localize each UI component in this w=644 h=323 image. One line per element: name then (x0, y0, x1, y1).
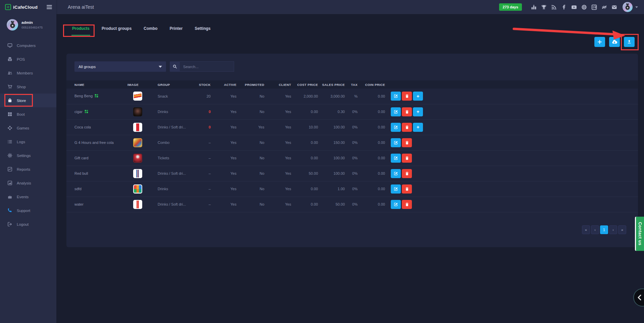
stock-grid-icon (85, 110, 88, 114)
sidebar-item-reports[interactable]: Reports (0, 162, 56, 176)
sidebar-item-boot[interactable]: Boot (0, 107, 56, 121)
edit-button[interactable] (391, 169, 401, 178)
product-coin-price: 0.00 (358, 135, 386, 150)
product-stock: – (188, 150, 211, 166)
youtube-icon[interactable] (570, 3, 578, 11)
delete-button[interactable] (402, 154, 412, 163)
sidebar-item-logout[interactable]: Logout (0, 217, 56, 231)
upload-button[interactable] (624, 37, 635, 47)
windows-icon (7, 112, 12, 117)
pagination-prev-page[interactable]: ‹ (591, 225, 599, 234)
edit-button[interactable] (391, 154, 401, 163)
sidebar-item-members[interactable]: Members (0, 66, 56, 80)
sidebar-item-shop[interactable]: Shop (0, 80, 56, 94)
license-days-badge[interactable]: 273 days (499, 3, 522, 11)
group-select[interactable]: All groups (74, 61, 166, 72)
chat-widget-toggle[interactable] (633, 288, 644, 307)
product-cost-price: 0.00 (292, 135, 319, 150)
icafecloud-icon[interactable] (590, 3, 598, 11)
edit-button[interactable] (391, 138, 401, 147)
product-active: Yes (211, 135, 237, 150)
user-avatar[interactable] (623, 2, 633, 12)
search-input[interactable] (180, 61, 234, 72)
product-active: Yes (211, 181, 237, 197)
tab-combo[interactable]: Combo (143, 23, 158, 36)
sidebar-item-settings[interactable]: Settings (0, 149, 56, 162)
delete-button[interactable] (402, 200, 412, 209)
trophy-icon[interactable] (539, 3, 548, 11)
product-stock: 0 (188, 104, 211, 119)
filter-bar: All groups (74, 61, 234, 72)
sidebar-item-analysis[interactable]: Analysis (0, 176, 56, 190)
product-cost-price: 0.00 (292, 104, 319, 119)
sidebar-item-pos[interactable]: POS (0, 52, 56, 66)
pagination-next-page[interactable]: › (609, 225, 617, 234)
download-button[interactable] (609, 37, 620, 47)
sidebar-item-computers[interactable]: Computers (0, 39, 56, 52)
sidebar-item-games[interactable]: Games (0, 121, 56, 135)
sidebar-item-support[interactable]: Support (0, 204, 56, 217)
product-tax: % (345, 89, 358, 104)
logout-icon (7, 222, 12, 227)
logs-icon (7, 139, 12, 145)
sidebar-item-store[interactable]: Store (0, 94, 56, 107)
pagination-page-1[interactable]: 1 (600, 225, 608, 234)
mail-icon[interactable] (610, 3, 619, 11)
edit-button[interactable] (391, 107, 401, 116)
tab-settings[interactable]: Settings (194, 23, 211, 36)
edit-button[interactable] (391, 184, 401, 194)
add-stock-button[interactable]: + (413, 92, 423, 101)
delete-button[interactable] (402, 92, 412, 101)
layers-icon[interactable] (600, 3, 608, 11)
product-name: cigar (74, 110, 83, 114)
hamburger-menu-icon[interactable] (47, 4, 52, 10)
product-cost-price: 0.00 (292, 150, 319, 166)
delete-button[interactable] (402, 184, 412, 194)
product-client: Yes (265, 119, 292, 135)
tab-printer[interactable]: Printer (169, 23, 183, 36)
add-stock-button[interactable]: + (413, 123, 423, 132)
edit-button[interactable] (391, 92, 401, 101)
user-name: admin (21, 20, 43, 24)
product-coin-price: 0.00 (358, 181, 386, 197)
pos-icon (7, 57, 12, 62)
product-stock: 0 (188, 119, 211, 135)
delete-button[interactable] (402, 169, 412, 178)
contact-us-button[interactable]: Contact us (635, 217, 644, 251)
product-image (133, 107, 142, 116)
product-name: Coca cola (74, 125, 91, 129)
column-header-group: GROUP (148, 80, 188, 89)
crown-icon (7, 194, 12, 200)
table-row: cigarDrinks0YesNoYes0.000.300%0.00+ (66, 104, 638, 119)
edit-button[interactable] (391, 123, 401, 132)
add-product-button[interactable] (594, 37, 605, 47)
tab-product-groups[interactable]: Product groups (101, 23, 132, 36)
sidebar-item-logs[interactable]: Logs (0, 135, 56, 149)
product-group: Drinks / Soft dri... (148, 166, 188, 181)
product-coin-price: 0.00 (358, 104, 386, 119)
chevron-down-icon[interactable] (635, 6, 638, 8)
cart-icon (7, 84, 12, 90)
tab-products[interactable]: Products (71, 23, 90, 36)
product-sales-price: 50.00 (319, 197, 345, 212)
delete-button[interactable] (402, 123, 412, 132)
pagination-first-page[interactable]: « (582, 225, 590, 234)
facebook-icon[interactable] (559, 3, 568, 11)
delete-button[interactable] (402, 138, 412, 147)
rss-icon[interactable] (549, 3, 558, 11)
product-client: Yes (265, 181, 292, 197)
column-header-image: IMAGE (127, 80, 148, 89)
product-tax: 0% (345, 166, 358, 181)
product-promoted: No (237, 104, 265, 119)
edit-button[interactable] (391, 200, 401, 209)
table-row: sdfdDrinks–YesNoYes0.001.000%0.00 (66, 181, 638, 197)
sidebar-item-events[interactable]: Events (0, 190, 56, 204)
globe-icon[interactable] (580, 3, 588, 11)
product-name: Beng Beng (74, 94, 93, 98)
product-promoted: No (237, 197, 265, 212)
product-coin-price: 0.00 (358, 197, 386, 212)
delete-button[interactable] (402, 107, 412, 116)
pagination-last-page[interactable]: » (618, 225, 626, 234)
ranking-icon[interactable] (529, 3, 538, 11)
add-stock-button[interactable]: + (413, 107, 423, 116)
